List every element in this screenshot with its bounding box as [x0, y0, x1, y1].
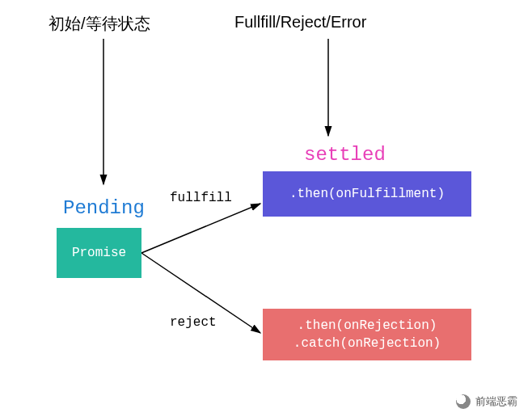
node-promise-text: Promise: [72, 244, 126, 262]
watermark-text: 前端恶霸: [475, 394, 517, 409]
state-pending: Pending: [63, 197, 145, 219]
node-then-fulfillment-text: .then(onFulfillment): [289, 185, 445, 203]
state-settled: settled: [304, 144, 386, 166]
node-then-rejection-text1: .then(onRejection): [298, 317, 437, 335]
node-then-rejection: .then(onRejection) .catch(onRejection): [263, 309, 471, 360]
diagram-canvas: 初始/等待状态 Fullfill/Reject/Error Pending se…: [0, 0, 532, 417]
watermark: 前端恶霸: [456, 394, 517, 409]
edge-label-fullfill: fullfill: [170, 191, 232, 205]
node-promise: Promise: [57, 228, 141, 278]
wechat-icon: [456, 394, 471, 409]
edge-label-reject: reject: [170, 315, 217, 330]
node-then-fulfillment: .then(onFulfillment): [263, 171, 471, 217]
node-then-rejection-text2: .catch(onRejection): [293, 335, 441, 352]
svg-line-2: [141, 204, 260, 253]
